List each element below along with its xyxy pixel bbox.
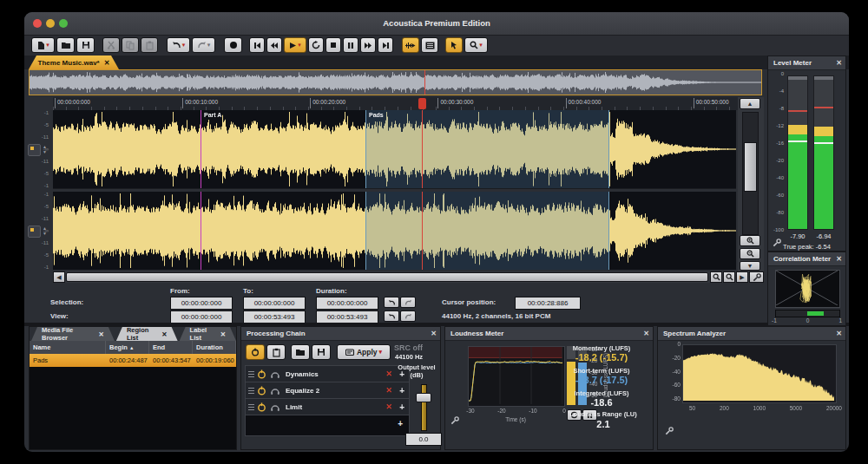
view-from-field[interactable]: 00:00:00:000 <box>170 310 233 323</box>
output-level-value[interactable]: 0.0 <box>405 433 442 446</box>
chain-effect-row[interactable]: Limit ✕ + <box>246 399 409 415</box>
dock-tab[interactable]: Media File Browser✕ <box>31 327 115 341</box>
region-row[interactable]: Pads 00:00:24:487 00:00:43:547 00:00:19:… <box>30 354 236 367</box>
selection-from-field[interactable]: 00:00:00:000 <box>170 297 233 310</box>
selection-redo-button[interactable] <box>400 297 416 308</box>
apply-button[interactable]: Apply ▾ <box>337 344 391 360</box>
region-pads-overlay[interactable] <box>365 192 609 270</box>
dock-tab[interactable]: Region List✕ <box>116 327 178 341</box>
zoom-out-horizontal-button[interactable] <box>723 271 735 283</box>
selection-to-field[interactable]: 00:00:00:000 <box>243 297 306 310</box>
open-file-button[interactable] <box>56 37 75 53</box>
close-icon[interactable]: ✕ <box>836 327 842 340</box>
output-level-slider-track[interactable] <box>421 384 427 431</box>
spectrogram-view-button[interactable] <box>421 37 438 53</box>
headphones-icon[interactable] <box>270 386 280 395</box>
close-icon[interactable]: ✕ <box>643 327 649 340</box>
column-duration[interactable]: Duration <box>193 341 236 354</box>
stop-button[interactable] <box>326 37 341 53</box>
paste-button[interactable] <box>141 37 158 53</box>
power-icon[interactable] <box>257 386 266 395</box>
remove-effect-icon[interactable]: ✕ <box>386 386 393 395</box>
view-duration-field[interactable]: 00:00:53:493 <box>316 310 378 323</box>
document-tab[interactable]: Theme Music.wav* ✕ <box>29 56 119 69</box>
close-icon[interactable]: ✕ <box>161 330 167 338</box>
append-effect-icon[interactable]: + <box>246 415 409 432</box>
add-effect-icon[interactable]: + <box>399 386 404 395</box>
column-begin[interactable]: Begin ▲ <box>106 341 149 354</box>
waveform-channel-2[interactable] <box>53 192 736 270</box>
channel-spin-icon[interactable]: ▲▼ <box>43 144 47 154</box>
chain-clipboard-button[interactable] <box>266 344 286 360</box>
marker-line[interactable] <box>201 192 201 270</box>
rewind-button[interactable] <box>266 37 282 53</box>
chain-enable-button[interactable] <box>246 344 265 360</box>
marker-line[interactable] <box>201 110 201 188</box>
chain-save-button[interactable] <box>312 344 331 360</box>
record-button[interactable] <box>224 37 242 53</box>
zoom-out-vertical-button[interactable] <box>740 248 760 259</box>
fast-forward-button[interactable] <box>360 37 376 53</box>
chain-open-button[interactable] <box>291 344 310 360</box>
selection-tool-button[interactable] <box>445 37 463 53</box>
view-undo-button[interactable] <box>384 310 399 322</box>
copy-button[interactable] <box>122 37 139 53</box>
save-file-button[interactable] <box>76 37 95 53</box>
overview-waveform-canvas[interactable] <box>30 70 761 95</box>
scroll-left-button[interactable]: ◀ <box>53 271 65 283</box>
waveform-channel-1[interactable]: Pads Part A <box>53 110 736 188</box>
drag-handle-icon[interactable] <box>248 402 254 412</box>
undo-button[interactable]: ▾ <box>167 37 190 53</box>
new-file-button[interactable]: ▾ <box>31 37 55 53</box>
go-to-start-button[interactable] <box>249 37 265 53</box>
vertical-zoom-menu-button[interactable]: ▼ <box>740 261 760 271</box>
close-tab-icon[interactable]: ✕ <box>104 59 110 67</box>
channel-1-select-button[interactable]: ▲▼ <box>28 144 41 156</box>
power-icon[interactable] <box>257 369 266 379</box>
go-to-end-button[interactable] <box>378 37 393 53</box>
editor-settings-button[interactable] <box>749 271 764 283</box>
zoom-in-horizontal-button[interactable] <box>710 271 722 283</box>
pause-button[interactable] <box>343 37 358 53</box>
drag-handle-icon[interactable] <box>248 386 254 395</box>
close-icon[interactable]: ✕ <box>99 330 104 338</box>
loop-playback-button[interactable] <box>308 37 324 53</box>
selection-duration-field[interactable]: 00:00:00:000 <box>316 297 378 310</box>
power-icon[interactable] <box>257 402 266 412</box>
overview-waveform[interactable] <box>29 69 762 95</box>
scroll-up-button[interactable]: ▲ <box>740 98 760 109</box>
headphones-icon[interactable] <box>270 369 280 379</box>
horizontal-scrollbar-thumb[interactable] <box>66 272 708 282</box>
close-icon[interactable]: ✕ <box>836 56 842 69</box>
wrench-icon[interactable] <box>665 427 674 435</box>
zoom-tool-button[interactable]: ▾ <box>464 37 488 53</box>
zoom-in-vertical-button[interactable] <box>740 235 760 246</box>
region-table-header[interactable]: Name Begin ▲ End Duration <box>30 341 236 354</box>
waveform-view-button[interactable] <box>402 37 419 53</box>
wrench-icon[interactable] <box>450 416 459 425</box>
selection-undo-button[interactable] <box>384 297 399 308</box>
column-end[interactable]: End <box>149 341 193 354</box>
cut-button[interactable] <box>102 37 120 53</box>
wrench-icon[interactable] <box>773 239 781 247</box>
channel-2-select-button[interactable]: ▲▼ <box>28 225 41 238</box>
chain-effect-row[interactable]: Dynamics ✕ + <box>246 366 409 382</box>
src-status[interactable]: SRC off <box>394 343 423 352</box>
close-icon[interactable]: ✕ <box>431 327 437 340</box>
chain-effect-row[interactable]: Equalize 2 ✕ + <box>246 382 409 399</box>
redo-button[interactable]: ▾ <box>192 37 215 53</box>
dock-tab[interactable]: Label List✕ <box>180 327 236 341</box>
vertical-scrollbar-thumb[interactable] <box>744 142 757 192</box>
play-button[interactable]: ▾ <box>284 37 306 53</box>
scroll-right-button[interactable]: ▶ <box>736 271 748 283</box>
close-icon[interactable]: ✕ <box>836 252 842 265</box>
region-pads-overlay[interactable] <box>365 110 609 188</box>
add-effect-icon[interactable]: + <box>399 402 404 412</box>
view-redo-button[interactable] <box>400 310 416 322</box>
time-ruler[interactable]: 00:00:00:00000:00:10:00000:00:20:00000:0… <box>53 97 764 110</box>
playhead-handle[interactable] <box>418 98 426 109</box>
close-icon[interactable]: ✕ <box>220 330 226 338</box>
headphones-icon[interactable] <box>270 402 280 412</box>
drag-handle-icon[interactable] <box>248 369 254 379</box>
column-name[interactable]: Name <box>30 341 106 354</box>
